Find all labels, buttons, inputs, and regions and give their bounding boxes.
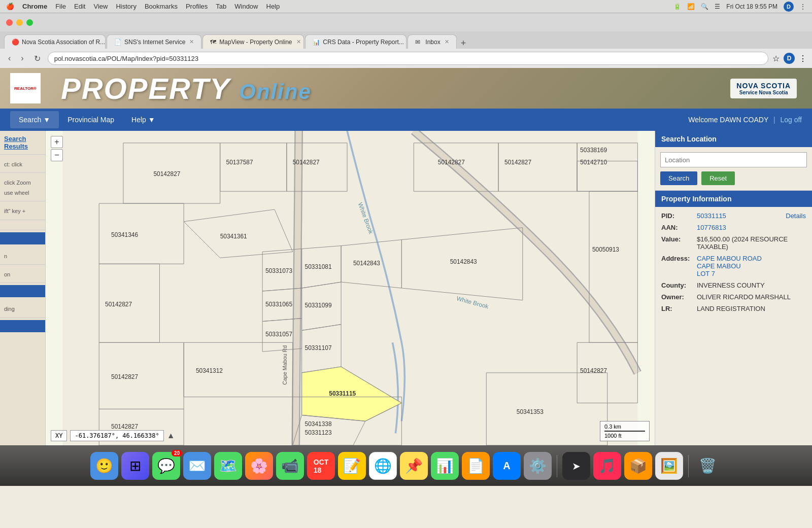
menu-view[interactable]: View (93, 3, 108, 10)
tab-mapview[interactable]: 🗺 MapView - Property Online ✕ (202, 34, 304, 49)
tab-nsaor[interactable]: 🔴 Nova Scotia Association of R... ✕ (4, 34, 106, 49)
chrome-menu-icon[interactable]: ⋮ (800, 3, 806, 10)
dock-calendar[interactable]: OCT18 (307, 452, 335, 480)
dock-stickies[interactable]: 📌 (400, 452, 428, 480)
value-label: Value: (661, 235, 697, 243)
dock-trash[interactable]: 🗑️ (694, 452, 722, 480)
reload-button[interactable]: ↻ (31, 53, 44, 64)
maximize-window-button[interactable] (26, 19, 33, 26)
dock-maps[interactable]: 🗺️ (214, 452, 242, 480)
menu-help[interactable]: Help (266, 3, 280, 10)
profile-icon[interactable]: D (784, 53, 795, 64)
menu-bookmarks[interactable]: Bookmarks (145, 3, 178, 10)
dock-messages[interactable]: 💬 20 (152, 452, 180, 480)
dock-preview[interactable]: 🖼️ (655, 452, 683, 480)
close-window-button[interactable] (6, 19, 13, 26)
menu-profiles[interactable]: Profiles (186, 3, 208, 10)
search-results-link[interactable]: Search Results (4, 135, 28, 150)
zoom-in-button[interactable]: + (51, 136, 63, 148)
lr-label: LR: (661, 305, 697, 312)
search-button[interactable]: Search (660, 171, 697, 185)
menu-window[interactable]: Window (234, 3, 258, 10)
control-center-icon[interactable]: ☰ (715, 3, 720, 10)
dock-settings[interactable]: ⚙️ (524, 452, 552, 480)
map-area[interactable]: White Brook White Brook Cape Mabou Rd 50… (46, 131, 655, 445)
bookmark-icon[interactable]: ☆ (772, 54, 780, 63)
dock-numbers[interactable]: 📊 (431, 452, 459, 480)
stickies-icon: 📌 (405, 457, 423, 474)
site-title-online: Online (239, 80, 312, 103)
tab-label-inbox: Inbox (425, 39, 440, 46)
dock-arrow[interactable]: ➤ (562, 452, 590, 480)
dock-notes[interactable]: 📝 (338, 452, 366, 480)
extensions-icon[interactable]: ⋮ (799, 54, 807, 63)
reset-button[interactable]: Reset (701, 171, 735, 185)
dock-appstore[interactable]: A (493, 452, 521, 480)
tab-close-sns[interactable]: ✕ (189, 39, 194, 45)
search-results-section: Search Results (0, 131, 45, 155)
address-bar[interactable]: pol.novascotia.ca/POL/Map/Index?pid=5033… (48, 52, 768, 65)
menu-file[interactable]: File (55, 3, 66, 10)
search-icon[interactable]: 🔍 (701, 3, 708, 10)
logoff-link[interactable]: Log off (780, 116, 802, 124)
menu-chrome[interactable]: Chrome (22, 3, 47, 10)
svg-text:50331065: 50331065 (265, 301, 292, 308)
back-button[interactable]: ‹ (5, 53, 14, 64)
dock-finder[interactable]: 🙂 (90, 452, 118, 480)
user-avatar[interactable]: D (784, 2, 794, 12)
mac-menu-right: 🔋 📶 🔍 ☰ Fri Oct 18 9:55 PM D ⋮ (673, 2, 806, 12)
minimize-window-button[interactable] (16, 19, 23, 26)
music-icon: 🎵 (598, 457, 616, 474)
svg-text:50331099: 50331099 (305, 302, 332, 309)
browser-titlebar (0, 13, 812, 31)
svg-text:50142843: 50142843 (353, 260, 380, 267)
menu-edit[interactable]: Edit (74, 3, 85, 10)
tab-inbox[interactable]: ✉ Inbox ✕ (408, 34, 456, 49)
tab-sns[interactable]: 📄 SNS's Internet Service ✕ (107, 34, 201, 49)
dock-photos[interactable]: 🌸 (245, 452, 273, 480)
address-row: Address: CAPE MABOU ROAD CAPE MABOU LOT … (661, 255, 806, 277)
menu-history[interactable]: History (116, 3, 136, 10)
coord-value: -61.376187°, 46.166338° (70, 430, 163, 441)
address-line1: CAPE MABOU ROAD (697, 255, 762, 262)
menu-tab[interactable]: Tab (216, 3, 226, 10)
tab-close-inbox[interactable]: ✕ (445, 39, 449, 45)
nav-provincial-map[interactable]: Provincial Map (59, 111, 123, 128)
dock-divider-2 (688, 455, 689, 477)
dock-mail[interactable]: ✉️ (183, 452, 211, 480)
owner-label: Owner: (661, 293, 697, 301)
dock-music[interactable]: 🎵 (593, 452, 621, 480)
sidebar-instruction-3: ift" key + (0, 201, 45, 220)
svg-text:50331073: 50331073 (265, 267, 292, 274)
dock-unknown[interactable]: 📦 (624, 452, 652, 480)
dock-pages[interactable]: 📄 (462, 452, 490, 480)
details-link[interactable]: Details (786, 212, 806, 220)
location-input[interactable] (660, 152, 807, 167)
tab-crs[interactable]: 📊 CRS Data - Property Report... ✕ (305, 34, 407, 49)
forward-button[interactable]: › (18, 53, 26, 64)
dock-chrome[interactable]: 🌐 (369, 452, 397, 480)
mac-topbar: 🍎 Chrome File Edit View History Bookmark… (0, 0, 812, 13)
svg-text:50331057: 50331057 (265, 331, 292, 338)
apple-icon[interactable]: 🍎 (6, 3, 14, 10)
search-btn-row: Search Reset (660, 171, 807, 185)
tab-label-nsaor: Nova Scotia Association of R... (22, 39, 105, 46)
tab-close-mapview[interactable]: ✕ (296, 39, 301, 45)
dock: 🙂 ⊞ 💬 20 ✉️ 🗺️ 🌸 📹 OCT18 📝 🌐 📌 📊 📄 A ⚙️ (0, 445, 812, 486)
mail-icon: ✉️ (188, 457, 206, 474)
messages-badge: 20 (172, 450, 182, 456)
tab-icon-crs: 📊 (313, 39, 320, 46)
dock-launchpad[interactable]: ⊞ (121, 452, 149, 480)
messages-icon: 💬 (157, 457, 175, 474)
nav-search[interactable]: Search ▼ (10, 111, 59, 128)
sidebar-blue-bar-3 (0, 320, 45, 332)
zoom-out-button[interactable]: − (51, 149, 63, 161)
dock-facetime[interactable]: 📹 (276, 452, 304, 480)
search-location-header: Search Location (655, 131, 812, 147)
coord-arrow-up[interactable]: ▲ (167, 431, 175, 440)
svg-text:50331123: 50331123 (305, 429, 332, 436)
search-location-area: Search Reset (655, 147, 812, 191)
nav-help[interactable]: Help ▼ (123, 111, 164, 128)
new-tab-button[interactable]: + (461, 38, 466, 49)
scale-bar: 0.3 km 1000 ft (600, 421, 650, 441)
